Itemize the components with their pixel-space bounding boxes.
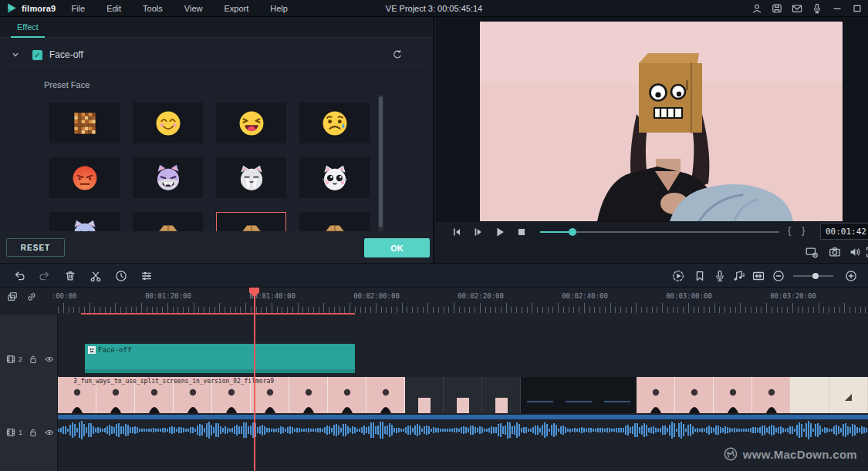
- preset-angry[interactable]: [49, 157, 120, 198]
- preset-cardboard-box-2[interactable]: [216, 212, 286, 231]
- play-button[interactable]: [493, 225, 507, 239]
- lock-icon[interactable]: [28, 427, 39, 438]
- waveform-bar: [833, 426, 835, 434]
- fullscreen-icon[interactable]: [865, 245, 868, 259]
- audio-mixer-icon[interactable]: [731, 269, 745, 283]
- waveform-bar: [512, 426, 513, 433]
- effect-panel-footer: RESET OK: [0, 231, 433, 263]
- ruler-tick: [829, 307, 829, 313]
- adjust-icon[interactable]: [140, 269, 154, 283]
- waveform-bar: [176, 429, 177, 432]
- next-frame-button[interactable]: [471, 225, 485, 239]
- maximize-icon[interactable]: [851, 2, 863, 15]
- snapshot-icon[interactable]: [828, 245, 842, 259]
- waveform-bar: [743, 429, 745, 432]
- preset-cat-angry[interactable]: [133, 157, 203, 198]
- timeline-zoom-slider[interactable]: [793, 275, 833, 277]
- undo-icon[interactable]: [12, 269, 26, 283]
- ruler-tick: [302, 307, 303, 313]
- preset-cardboard-box-1[interactable]: [133, 212, 203, 231]
- render-preview-icon[interactable]: [671, 269, 685, 283]
- seek-slider[interactable]: [540, 231, 779, 233]
- preset-cardboard-box-3[interactable]: [299, 212, 370, 231]
- menu-item-tools[interactable]: Tools: [135, 2, 171, 15]
- ruler-tick: [766, 303, 767, 313]
- reset-effect-icon[interactable]: [391, 49, 404, 61]
- waveform-bar: [609, 428, 610, 432]
- menu-item-file[interactable]: File: [63, 2, 93, 15]
- chevron-down-icon[interactable]: [9, 49, 22, 61]
- preset-sad[interactable]: [299, 103, 370, 143]
- waveform-bar: [435, 428, 437, 433]
- zoom-slider-knob[interactable]: [812, 273, 819, 279]
- tab-effect[interactable]: Effect: [11, 21, 45, 38]
- volume-icon[interactable]: [848, 245, 862, 259]
- previous-frame-button[interactable]: [450, 225, 464, 239]
- waveform-bar: [183, 428, 184, 432]
- lock-icon[interactable]: [28, 354, 39, 365]
- preset-cat-crying[interactable]: [216, 157, 286, 198]
- seek-knob[interactable]: [569, 228, 576, 236]
- ruler-tick: [115, 303, 116, 313]
- waveform-bar: [523, 427, 525, 433]
- ruler-tick: [647, 307, 647, 313]
- ok-button[interactable]: OK: [364, 238, 430, 257]
- mark-in-icon[interactable]: {: [788, 224, 791, 236]
- split-icon[interactable]: [89, 269, 103, 283]
- preset-smile[interactable]: [133, 103, 203, 143]
- waveform-bar: [477, 428, 478, 432]
- save-icon[interactable]: [771, 2, 783, 15]
- video-track-2-lane[interactable]: Face-off: [58, 344, 868, 373]
- fit-timeline-icon[interactable]: [751, 269, 765, 283]
- waveform-bar: [838, 426, 839, 434]
- menu-item-edit[interactable]: Edit: [99, 2, 129, 15]
- preset-laugh[interactable]: [216, 103, 286, 143]
- waveform-bar: [301, 429, 302, 432]
- minimize-icon[interactable]: [831, 2, 843, 15]
- stop-button[interactable]: [515, 225, 529, 239]
- ruler-tick: [84, 307, 85, 313]
- eye-icon[interactable]: [44, 354, 55, 365]
- reset-button[interactable]: RESET: [6, 238, 65, 257]
- waveform-bar: [752, 427, 754, 433]
- waveform-bar: [137, 427, 138, 433]
- mail-icon[interactable]: [791, 2, 803, 15]
- waveform-bar: [62, 426, 64, 434]
- display-settings-icon[interactable]: [805, 245, 819, 259]
- zoom-in-icon[interactable]: [844, 269, 858, 283]
- effect-enabled-checkbox[interactable]: ✓: [32, 50, 42, 60]
- waveform-bar: [815, 424, 816, 436]
- mic-icon[interactable]: [811, 2, 823, 15]
- speed-icon[interactable]: [114, 269, 128, 283]
- ruler-tick: [152, 307, 153, 313]
- face-off-clip[interactable]: Face-off: [85, 344, 355, 373]
- account-icon[interactable]: [751, 2, 763, 15]
- manage-tracks-icon[interactable]: [6, 291, 19, 303]
- preset-cat-sleepy[interactable]: [49, 212, 120, 231]
- waveform-bar: [259, 426, 261, 434]
- redo-icon[interactable]: [38, 269, 52, 283]
- audio-waveform[interactable]: [58, 420, 868, 440]
- video-thumbnail: [405, 377, 444, 413]
- video-thumbnail: [559, 377, 598, 413]
- menu-item-export[interactable]: Export: [216, 2, 256, 15]
- link-icon[interactable]: [25, 291, 38, 303]
- ruler-tick: [350, 303, 350, 313]
- delete-icon[interactable]: [63, 269, 77, 283]
- menu-item-view[interactable]: View: [177, 2, 211, 15]
- video-clip[interactable]: 3_fun_ways_to_use_split_screens_in_versi…: [58, 377, 868, 413]
- preset-scrollbar[interactable]: [378, 95, 383, 231]
- preset-cat-cute[interactable]: [299, 157, 370, 198]
- audio-sync-strip[interactable]: [58, 415, 868, 419]
- preset-mosaic[interactable]: [49, 103, 120, 143]
- mark-out-icon[interactable]: }: [802, 224, 805, 236]
- marker-icon[interactable]: [693, 269, 707, 283]
- video-thumbnail: [598, 377, 637, 413]
- record-voiceover-icon[interactable]: [713, 269, 727, 283]
- menu-item-help[interactable]: Help: [262, 2, 296, 15]
- waveform-bar: [130, 427, 131, 432]
- video-track-1-lane[interactable]: 3_fun_ways_to_use_split_screens_in_versi…: [58, 377, 868, 413]
- scrollbar-thumb[interactable]: [379, 96, 383, 227]
- eye-icon[interactable]: [44, 427, 55, 438]
- zoom-out-icon[interactable]: [772, 269, 785, 283]
